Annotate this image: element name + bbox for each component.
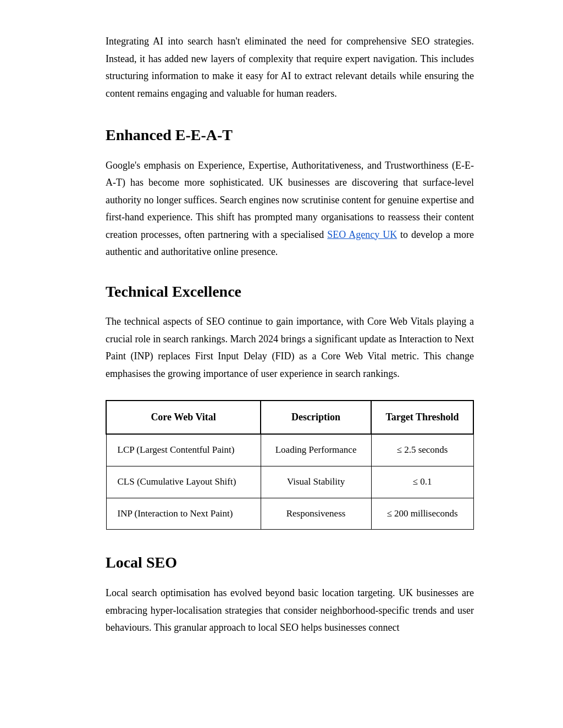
col-header-vital: Core Web Vital [106,401,261,434]
col-header-description: Description [261,401,371,434]
table-row: INP (Interaction to Next Paint) Responsi… [106,498,473,530]
eeat-heading: Enhanced E-E-A-T [106,122,474,148]
content-wrapper: Integrating AI into search hasn't elimin… [45,0,518,687]
lcp-vital: LCP (Largest Contentful Paint) [106,434,261,466]
local-seo-heading: Local SEO [106,549,474,576]
table-row: CLS (Cumulative Layout Shift) Visual Sta… [106,466,473,498]
seo-agency-uk-link[interactable]: SEO Agency UK [327,229,397,240]
inp-description: Responsiveness [261,498,371,530]
cls-vital: CLS (Cumulative Layout Shift) [106,466,261,498]
cls-description: Visual Stability [261,466,371,498]
core-web-vitals-table: Core Web Vital Description Target Thresh… [106,400,474,530]
technical-section: Technical Excellence The technical aspec… [106,279,474,530]
local-seo-paragraph: Local search optimisation has evolved be… [106,585,474,637]
inp-vital: INP (Interaction to Next Paint) [106,498,261,530]
eeat-text-part1: Google's emphasis on Experience, Experti… [106,160,474,240]
inp-threshold: ≤ 200 milliseconds [371,498,473,530]
table-row: LCP (Largest Contentful Paint) Loading P… [106,434,473,466]
technical-heading: Technical Excellence [106,279,474,305]
col-header-threshold: Target Threshold [371,401,473,434]
eeat-section: Enhanced E-E-A-T Google's emphasis on Ex… [106,122,474,261]
local-seo-section: Local SEO Local search optimisation has … [106,549,474,636]
intro-paragraph: Integrating AI into search hasn't elimin… [106,33,474,102]
lcp-description: Loading Performance [261,434,371,466]
lcp-threshold: ≤ 2.5 seconds [371,434,473,466]
cls-threshold: ≤ 0.1 [371,466,473,498]
table-header-row: Core Web Vital Description Target Thresh… [106,401,473,434]
technical-paragraph: The technical aspects of SEO continue to… [106,313,474,382]
eeat-paragraph: Google's emphasis on Experience, Experti… [106,157,474,261]
